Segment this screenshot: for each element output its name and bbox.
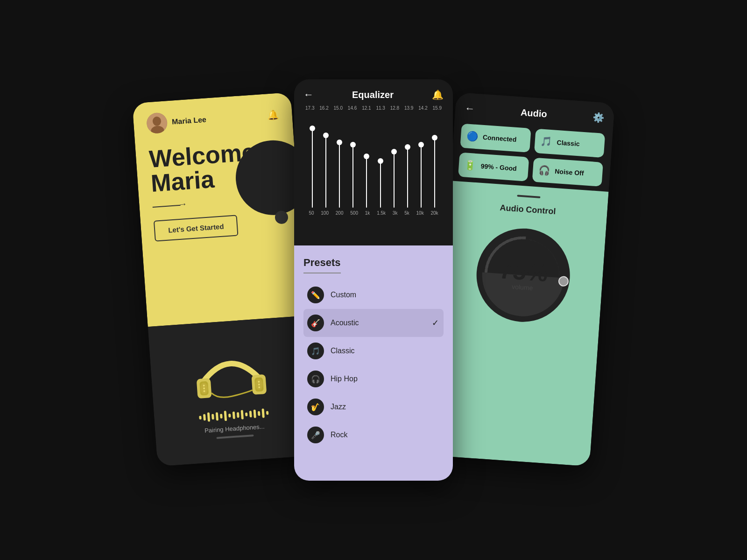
preset-item[interactable]: 🎷 Jazz [303,393,444,421]
home-bar [216,434,254,439]
status-card-99%---good[interactable]: 🔋 99% - Good [458,153,529,182]
preset-icon: 🎤 [307,427,324,443]
eq-freq-label: 20k [430,210,438,216]
eq-value-label: 14.6 [348,105,357,111]
eq-top: ← Equalizer 🔔 17.316.215.014.612.111.312… [294,79,453,245]
eq-freq-label: 10k [416,210,424,216]
user-info: Maria Lee [146,109,207,134]
welcome-bottom: Pairing Headphones... [148,316,316,467]
headphone-illustration [191,342,270,408]
preset-item[interactable]: 🎧 Hip Hop [303,365,444,393]
eq-freq-label: 3k [393,210,398,216]
eq-header: ← Equalizer 🔔 [303,89,444,101]
eq-bar[interactable] [380,114,381,208]
eq-bar[interactable] [325,114,326,208]
equalizer-screen: ← Equalizer 🔔 17.316.215.014.612.111.312… [294,79,453,481]
back-button[interactable]: ← [303,89,314,101]
status-card-icon: 🎵 [540,136,553,148]
welcome-top: Maria Lee 🔔 Welcome, Maria Let's Get Sta… [132,92,306,327]
presets-title: Presets [303,257,444,269]
eq-bar[interactable] [421,114,422,208]
status-card-text: Connected [483,133,517,143]
eq-freq-label: 500 [350,210,358,216]
preset-icon: 🎸 [307,315,324,331]
status-card-noise-off[interactable]: 🎧 Noise Off [532,158,603,187]
volume-number: 75% [499,258,549,285]
preset-icon: ✏️ [307,287,324,303]
preset-name: Custom [331,291,356,299]
status-grid: 🔵 Connected 🎵 Classic 🔋 99% - Good 🎧 Noi… [450,119,613,192]
eq-value-label: 13.9 [404,105,413,111]
volume-dial[interactable]: 75% volume [468,220,578,330]
user-name: Maria Lee [172,115,207,126]
get-started-button[interactable]: Let's Get Started [154,215,239,241]
preset-name: Hip Hop [331,375,358,383]
preset-name: Jazz [331,403,346,411]
preset-item[interactable]: 🎵 Classic [303,337,444,365]
volume-display: 75% volume [498,258,549,293]
audio-title: Audio [474,104,593,123]
eq-value-label: 12.1 [362,105,371,111]
eq-value-label: 15.9 [433,105,442,111]
eq-value-label: 12.8 [390,105,399,111]
arrow-line [153,205,181,208]
eq-value-label: 17.3 [305,105,314,111]
eq-freq-label: 1.5k [377,210,386,216]
presets-section: Presets ✏️ Custom 🎸 Acoustic ✓ 🎵 Classic… [294,245,453,481]
welcome-header: Maria Lee 🔔 [146,105,280,134]
settings-icon[interactable]: ⚙️ [592,112,605,124]
eq-title: Equalizer [352,90,394,100]
status-card-text: Noise Off [555,168,584,177]
eq-value-label: 16.2 [319,105,328,111]
notification-icon[interactable]: 🔔 [432,89,444,100]
eq-freq-labels: 501002005001k1.5k3k5k10k20k [303,208,444,216]
avatar [146,112,168,134]
eq-bar[interactable] [434,114,435,208]
status-card-connected[interactable]: 🔵 Connected [460,124,531,153]
eq-bar[interactable] [339,114,340,208]
eq-bar[interactable] [312,114,313,208]
audio-control-title: Audio Control [500,203,556,217]
presets-divider [303,273,341,273]
preset-icon: 🎧 [307,371,324,387]
preset-item[interactable]: 🎸 Acoustic ✓ [303,309,444,337]
preset-list: ✏️ Custom 🎸 Acoustic ✓ 🎵 Classic 🎧 Hip H… [303,281,444,449]
eq-bar[interactable] [366,114,367,208]
eq-bar[interactable] [394,114,395,208]
drag-bar [517,195,540,198]
preset-icon: 🎵 [307,343,324,359]
screens-container: Maria Lee 🔔 Welcome, Maria Let's Get Sta… [47,47,700,513]
eq-freq-label: 1k [365,210,370,216]
status-card-text: Classic [557,139,580,147]
eq-bar[interactable] [352,114,353,208]
eq-value-label: 14.2 [418,105,427,111]
audio-screen: ← Audio ⚙️ 🔵 Connected 🎵 Classic 🔋 99% -… [431,92,615,467]
eq-freq-label: 100 [321,210,329,216]
bell-icon[interactable]: 🔔 [267,109,280,121]
eq-value-label: 11.3 [376,105,385,111]
status-card-classic[interactable]: 🎵 Classic [534,129,605,158]
audio-back-button[interactable]: ← [464,102,475,115]
preset-name: Rock [331,431,347,439]
preset-item[interactable]: 🎤 Rock [303,421,444,449]
equalizer-canvas: 17.316.215.014.612.111.312.813.914.215.9… [303,105,444,236]
preset-name: Acoustic [331,319,359,327]
status-card-icon: 🔋 [464,159,477,171]
eq-freq-label: 50 [309,210,314,216]
waveform [198,407,268,422]
preset-item[interactable]: ✏️ Custom [303,281,444,309]
audio-control-section: Audio Control [431,181,608,466]
welcome-screen: Maria Lee 🔔 Welcome, Maria Let's Get Sta… [132,92,316,467]
eq-value-label: 15.0 [334,105,343,111]
pairing-text: Pairing Headphones... [204,423,265,434]
eq-value-labels: 17.316.215.014.612.111.312.813.914.215.9 [303,105,444,111]
eq-bar[interactable] [407,114,408,208]
eq-freq-label: 200 [336,210,344,216]
status-card-icon: 🎧 [538,164,551,176]
svg-point-19 [558,276,568,286]
eq-freq-label: 5k [404,210,409,216]
status-card-icon: 🔵 [466,130,479,142]
preset-icon: 🎷 [307,399,324,415]
preset-name: Classic [331,347,355,355]
eq-bars-area [303,114,444,208]
